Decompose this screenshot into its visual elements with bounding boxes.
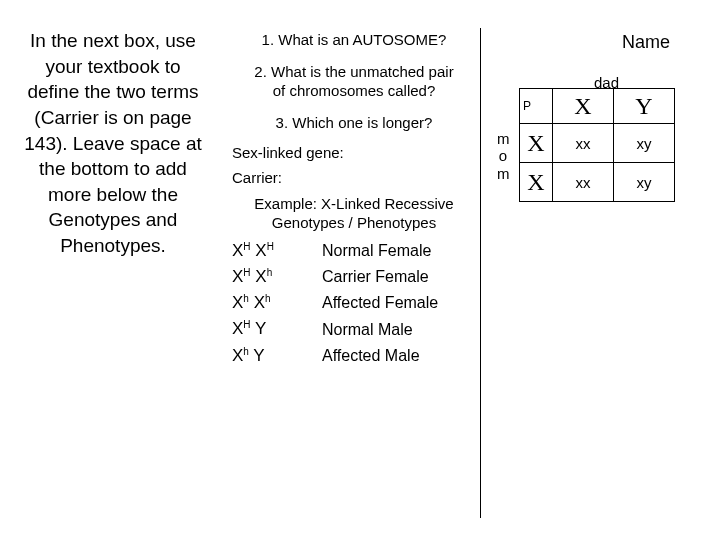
genotype-phenotype-list: XH XH Normal Female XH Xh Carrier Female…: [228, 233, 480, 367]
genotype: XH Xh: [232, 267, 322, 287]
question-2: 2. What is the unmatched pair of chromos…: [228, 60, 480, 111]
cell-1-1: xx: [553, 124, 614, 163]
cell-2-2: xy: [614, 163, 675, 202]
phenotype: Affected Female: [322, 294, 438, 312]
phenotype: Normal Male: [322, 321, 413, 339]
instruction-text: In the next box, use your textbook to de…: [18, 28, 208, 259]
row-header-1: X: [520, 124, 553, 163]
cell-1-2: xy: [614, 124, 675, 163]
example-line2: Genotypes / Phenotypes: [232, 213, 476, 233]
question-3: 3. Which one is longer?: [228, 111, 480, 143]
col-header-x: X: [553, 89, 614, 124]
gp-row: XH Y Normal Male: [232, 319, 476, 339]
gp-row: Xh Y Affected Male: [232, 346, 476, 366]
example-line1: Example: X-Linked Recessive: [232, 194, 476, 214]
def-sexlinked: Sex-linked gene:: [232, 144, 476, 163]
genotype: Xh Xh: [232, 293, 322, 313]
phenotype: Normal Female: [322, 242, 431, 260]
row-header-2: X: [520, 163, 553, 202]
name-label: Name: [622, 32, 670, 53]
def-carrier: Carrier:: [232, 169, 476, 188]
genotype: XH XH: [232, 241, 322, 261]
genotype: Xh Y: [232, 346, 322, 366]
cell-2-1: xx: [553, 163, 614, 202]
middle-column: 1. What is an AUTOSOME? 2. What is the u…: [228, 28, 481, 518]
p-label: P: [520, 89, 553, 124]
punnett-square: P X Y X xx xy X xx xy: [519, 88, 675, 202]
phenotype: Affected Male: [322, 347, 420, 365]
phenotype: Carrier Female: [322, 268, 429, 286]
question-1: 1. What is an AUTOSOME?: [228, 28, 480, 60]
genotype: XH Y: [232, 319, 322, 339]
mom-label: mom: [497, 130, 509, 182]
col-header-y: Y: [614, 89, 675, 124]
gp-row: Xh Xh Affected Female: [232, 293, 476, 313]
gp-row: XH XH Normal Female: [232, 241, 476, 261]
gp-row: XH Xh Carrier Female: [232, 267, 476, 287]
